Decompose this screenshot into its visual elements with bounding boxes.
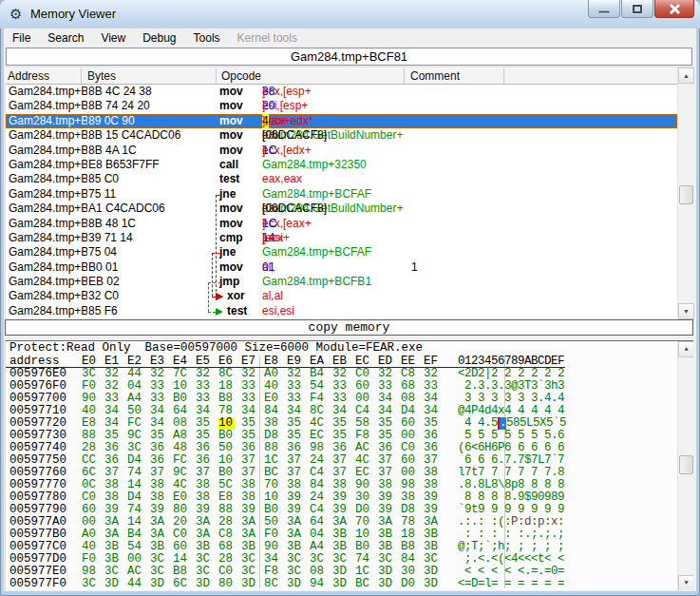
- hex-byte[interactable]: 3D: [241, 578, 257, 590]
- hex-byte[interactable]: 8C: [264, 578, 280, 590]
- disasm-row[interactable]: Gam284.tmp+BC32 C0xoral,al: [6, 289, 677, 303]
- disasm-row[interactable]: Gam284.tmp+BC8B 4C 24 38movecx,[esp+38]: [6, 85, 677, 99]
- minimize-button[interactable]: [588, 0, 620, 18]
- ascii-char[interactable]: \: [498, 479, 504, 491]
- ascii-char[interactable]: L: [484, 479, 491, 491]
- hex-byte[interactable]: 44: [127, 578, 143, 590]
- ascii-char[interactable]: <: [471, 442, 478, 454]
- current-address-bar[interactable]: Gam284.tmp+BCF81: [6, 48, 692, 66]
- menu-search[interactable]: Search: [39, 29, 92, 47]
- ascii-char[interactable]: @: [458, 541, 464, 553]
- hex-byte[interactable]: 3C: [82, 578, 98, 590]
- ascii-char[interactable]: .: [511, 454, 518, 467]
- ascii-char[interactable]: =: [558, 578, 564, 590]
- ascii-char[interactable]: =: [491, 578, 498, 590]
- disasm-row[interactable]: Gam284.tmp+BC8B 4A 1Cmovecx,[edx+1C]: [6, 144, 677, 158]
- ascii-char[interactable]: @: [511, 380, 518, 393]
- disasm-row[interactable]: Gam284.tmp+BCE8 B653F7FFcallGam284.tmp+3…: [6, 158, 677, 172]
- hex-byte[interactable]: 3D: [196, 578, 212, 590]
- scroll-up-button[interactable]: ▲: [678, 341, 693, 357]
- disasm-row[interactable]: Gam284.tmp+BC8B 15 C4CADC06movedx,[Gam28…: [6, 128, 677, 143]
- ascii-char[interactable]: .: [538, 393, 544, 405]
- disasm-row[interactable]: Gam284.tmp+BCEB 02jmpGam284.tmp+BCFB1: [6, 275, 677, 289]
- hex-byte[interactable]: 3D: [424, 578, 440, 590]
- ascii-char[interactable]: (: [458, 442, 464, 454]
- hex-byte[interactable]: 3D: [332, 578, 349, 590]
- ascii-char[interactable]: D: [471, 578, 478, 590]
- ascii-char[interactable]: 4: [511, 553, 518, 566]
- menu-tools[interactable]: Tools: [185, 29, 229, 47]
- ascii-char[interactable]: P: [511, 516, 518, 529]
- maximize-button[interactable]: [621, 0, 653, 18]
- disasm-row[interactable]: Gam284.tmp+BC89 0C 90mov[eax+edx*4],ecx: [6, 114, 677, 128]
- disasm-scrollbar[interactable]: ▲▼: [677, 67, 693, 319]
- ascii-char[interactable]: .: [471, 553, 478, 566]
- ascii-char[interactable]: .: [471, 479, 478, 491]
- ascii-char[interactable]: .: [484, 553, 491, 566]
- ascii-char[interactable]: .: [551, 467, 558, 479]
- ascii-char[interactable]: .: [458, 516, 464, 529]
- ascii-char[interactable]: L: [538, 454, 544, 467]
- ascii-char[interactable]: <: [458, 368, 464, 380]
- ascii-char[interactable]: .: [498, 454, 504, 467]
- ascii-char[interactable]: .: [471, 380, 478, 393]
- disasm-row[interactable]: Gam284.tmp+BCB0 01moval,011: [6, 260, 677, 275]
- hex-byte[interactable]: D0: [401, 578, 417, 590]
- disasm-row[interactable]: Gam284.tmp+BC8B 74 24 20movesi,[esp+20]: [6, 99, 677, 113]
- ascii-char[interactable]: .: [551, 430, 558, 442]
- ascii-char[interactable]: .: [524, 566, 531, 578]
- ascii-char[interactable]: P: [471, 405, 478, 417]
- ascii-char[interactable]: .: [551, 393, 558, 405]
- hex-byte[interactable]: BC: [355, 578, 371, 590]
- hex-byte[interactable]: 3D: [150, 578, 166, 590]
- ascii-char[interactable]: =: [464, 578, 471, 590]
- ascii-char[interactable]: .: [484, 417, 491, 430]
- ascii-char[interactable]: <: [458, 578, 464, 590]
- ascii-char[interactable]: .: [551, 529, 558, 541]
- ascii-char[interactable]: .: [484, 380, 491, 393]
- hex-row[interactable]: 005977F03C3D443D6C3D803D8C3D943DBC3DD03D…: [6, 578, 693, 590]
- ascii-char[interactable]: @: [458, 405, 464, 417]
- ascii-char[interactable]: 0: [551, 566, 558, 578]
- ascii-char[interactable]: T: [524, 380, 531, 393]
- ascii-char[interactable]: =: [544, 578, 551, 590]
- title-bar[interactable]: ⚙ Memory Viewer: [0, 0, 700, 29]
- ascii-char[interactable]: .: [511, 491, 518, 504]
- ascii-char[interactable]: .: [538, 566, 544, 578]
- hex-byte[interactable]: 3D: [378, 578, 394, 590]
- hex-byte[interactable]: 3D: [104, 578, 121, 590]
- disasm-row[interactable]: Gam284.tmp+BC39 71 14cmp[ecx+14],esi: [6, 231, 677, 245]
- ascii-char[interactable]: (: [498, 553, 504, 566]
- ascii-char[interactable]: 8: [551, 491, 558, 504]
- hex-byte[interactable]: 6C: [173, 578, 189, 590]
- ascii-char[interactable]: (: [498, 516, 504, 529]
- close-button[interactable]: [654, 0, 694, 18]
- disasm-row[interactable]: Gam284.tmp+BC85 C0testeax,eax: [6, 172, 677, 186]
- menu-file[interactable]: File: [4, 29, 39, 47]
- ascii-char[interactable]: 0: [538, 491, 544, 504]
- hex-byte[interactable]: 94: [310, 578, 326, 590]
- hex-byte[interactable]: 80: [218, 578, 235, 590]
- ascii-char[interactable]: =: [531, 578, 538, 590]
- disasm-row[interactable]: Gam284.tmp+BC85 F6testesi,esi: [6, 304, 677, 318]
- scroll-thumb[interactable]: [679, 185, 693, 204]
- ascii-char[interactable]: $: [524, 491, 531, 504]
- menu-debug[interactable]: Debug: [134, 29, 184, 47]
- menu-view[interactable]: View: [92, 29, 134, 47]
- scroll-down-button[interactable]: ▼: [678, 303, 694, 319]
- disasm-row[interactable]: Gam284.tmp+BC75 04jneGam284.tmp+BCFAF: [6, 245, 677, 260]
- ascii-char[interactable]: .: [458, 479, 464, 491]
- ascii-char[interactable]: =: [504, 578, 511, 590]
- disasm-row[interactable]: Gam284.tmp+BC75 11jneGam284.tmp+BCFAF: [6, 187, 677, 202]
- ascii-char[interactable]: H: [484, 442, 491, 454]
- menu-kernel-tools[interactable]: Kernel tools: [229, 29, 306, 47]
- ascii-char[interactable]: l: [484, 578, 491, 590]
- ascii-char[interactable]: .: [538, 529, 544, 541]
- ascii-char[interactable]: .: [471, 516, 478, 529]
- ascii-char[interactable]: .: [498, 380, 504, 393]
- scroll-up-button[interactable]: ▲: [678, 67, 694, 84]
- ascii-char[interactable]: =: [478, 578, 484, 590]
- ascii-char[interactable]: .: [524, 529, 531, 541]
- hex-byte[interactable]: 3D: [287, 578, 303, 590]
- ascii-char[interactable]: $: [524, 454, 531, 467]
